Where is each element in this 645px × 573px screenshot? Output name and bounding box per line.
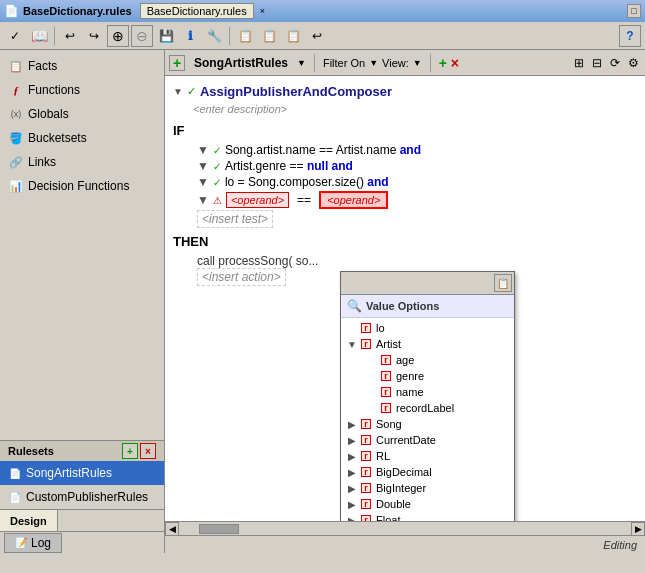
cut-btn[interactable]: 📋 [282,25,304,47]
type-icon-song: r [361,419,371,429]
nav-item-decision-functions[interactable]: 📊 Decision Functions [0,174,164,198]
type-icon-record-label: r [381,403,391,413]
save-btn[interactable]: ✓ [4,25,26,47]
toolbar-sep-2 [229,27,230,45]
add-condition-btn[interactable]: + [439,55,447,71]
log-icon: 📝 [15,537,27,548]
then-keyword: THEN [173,234,208,249]
type-icon-genre: r [381,371,391,381]
collapse-all-btn[interactable]: ⊟ [592,56,602,70]
add-ruleset-btn[interactable]: + [122,443,138,459]
cond-text-2[interactable]: Artist.genre == null and [225,159,353,173]
operand-right[interactable]: <operand> [319,191,388,209]
tree-item-current-date[interactable]: ▶ r CurrentDate [341,432,514,448]
remove-ruleset-btn[interactable]: × [140,443,156,459]
rule-name-text[interactable]: AssignPublisherAndComposer [200,84,392,99]
label-big-decimal: BigDecimal [376,466,432,478]
open-btn[interactable]: 📖 [28,25,50,47]
build-btn[interactable]: 🔧 [203,25,225,47]
nav-item-globals[interactable]: (x) Globals [0,102,164,126]
close-tab-btn[interactable]: × [260,6,265,16]
cond-text-3[interactable]: lo = Song.composer.size() and [225,175,389,189]
tab-design[interactable]: Design [0,510,58,531]
info-btn[interactable]: ℹ [179,25,201,47]
rule-dropdown-icon[interactable]: ▼ [297,58,306,68]
scroll-left-btn[interactable]: ◀ [165,522,179,536]
expand-big-decimal[interactable]: ▶ [345,465,359,479]
tree-item-record-label[interactable]: r recordLabel [341,400,514,416]
expand-big-integer[interactable]: ▶ [345,481,359,495]
scroll-thumb-h[interactable] [199,524,239,534]
tree-item-song[interactable]: ▶ r Song [341,416,514,432]
eq-operator: == [297,193,311,207]
insert-action-text[interactable]: <insert action> [197,268,286,286]
nav-item-facts[interactable]: 📋 Facts [0,54,164,78]
operand-left[interactable]: <operand> [226,192,289,208]
rule-editor: ▼ ✓ AssignPublisherAndComposer <enter de… [165,76,645,521]
tree-item-big-integer[interactable]: ▶ r BigInteger [341,480,514,496]
horizontal-scrollbar[interactable]: ◀ ▶ [165,521,645,535]
save2-btn[interactable]: 💾 [155,25,177,47]
insert-test-text[interactable]: <insert test> [197,210,273,228]
tree-item-rl[interactable]: ▶ r RL [341,448,514,464]
tree-item-double[interactable]: ▶ r Double [341,496,514,512]
expand-float[interactable]: ▶ [345,513,359,521]
expand-double[interactable]: ▶ [345,497,359,511]
undo-btn[interactable]: ↩ [59,25,81,47]
label-artist: Artist [376,338,401,350]
title-bar: 📄 BaseDictionary.rules BaseDictionary.ru… [0,0,645,22]
expand-current-date[interactable]: ▶ [345,433,359,447]
tree-item-name[interactable]: r name [341,384,514,400]
type-icon-float: r [361,515,371,521]
tree-item-float[interactable]: ▶ r Float [341,512,514,521]
action-text-1[interactable]: call processSong( so... [197,254,318,268]
rule-desc[interactable]: <enter description> [193,103,637,115]
refresh-btn[interactable]: ⟳ [610,56,620,70]
insert-test-row: <insert test> [173,212,637,226]
left-panel: 📋 Facts ƒ Functions (x) Globals 🪣 Bucket… [0,50,165,553]
type-icon-name: r [381,387,391,397]
tree-item-genre[interactable]: r genre [341,368,514,384]
tree-item-big-decimal[interactable]: ▶ r BigDecimal [341,464,514,480]
nav-item-functions[interactable]: ƒ Functions [0,78,164,102]
nav-item-bucketsets[interactable]: 🪣 Bucketsets [0,126,164,150]
expand-song[interactable]: ▶ [345,417,359,431]
add-rule-icon[interactable]: + [169,55,185,71]
cond-check-3: ✓ [213,177,221,188]
remove-btn[interactable]: ⊖ [131,25,153,47]
action-row-1: call processSong( so... [173,253,637,269]
view-dropdown-icon[interactable]: ▼ [413,58,422,68]
collapse-rule-btn[interactable]: ▼ [173,86,183,97]
redo-btn[interactable]: ↪ [83,25,105,47]
tab-log[interactable]: 📝 Log [4,533,62,553]
expand-all-btn[interactable]: ⊞ [574,56,584,70]
tree-item-lo[interactable]: r lo [341,320,514,336]
cond-text-1[interactable]: Song.artist.name == Artist.name and [225,143,421,157]
expand-artist[interactable]: ▼ [345,337,359,351]
tree-item-age[interactable]: r age [341,352,514,368]
options-btn[interactable]: ⚙ [628,56,639,70]
add-btn[interactable]: ⊕ [107,25,129,47]
remove-condition-btn[interactable]: × [451,55,459,71]
facts-icon: 📋 [8,58,24,74]
rule-name-btn[interactable]: SongArtistRules [189,53,293,73]
maximize-btn[interactable]: □ [627,4,641,18]
popup-copy-btn[interactable]: 📋 [494,274,512,292]
label-double: Double [376,498,411,510]
type-icon-double: r [361,499,371,509]
label-song: Song [376,418,402,430]
popup-tree: r lo ▼ r Artist r age [341,318,514,521]
filter-dropdown-icon[interactable]: ▼ [369,58,378,68]
help-btn[interactable]: ? [619,25,641,47]
ruleset-item-song-artist-rules[interactable]: 📄 SongArtistRules [0,461,164,485]
ruleset-item-custom-publisher-rules[interactable]: 📄 CustomPublisherRules [0,485,164,509]
if-section: IF [173,123,637,138]
nav-item-links[interactable]: 🔗 Links [0,150,164,174]
tree-item-artist[interactable]: ▼ r Artist [341,336,514,352]
copy-btn[interactable]: 📋 [234,25,256,47]
back-btn[interactable]: ↩ [306,25,328,47]
scroll-right-btn[interactable]: ▶ [631,522,645,536]
rulesets-header: Rulesets + × [0,440,164,461]
expand-rl[interactable]: ▶ [345,449,359,463]
paste-btn[interactable]: 📋 [258,25,280,47]
